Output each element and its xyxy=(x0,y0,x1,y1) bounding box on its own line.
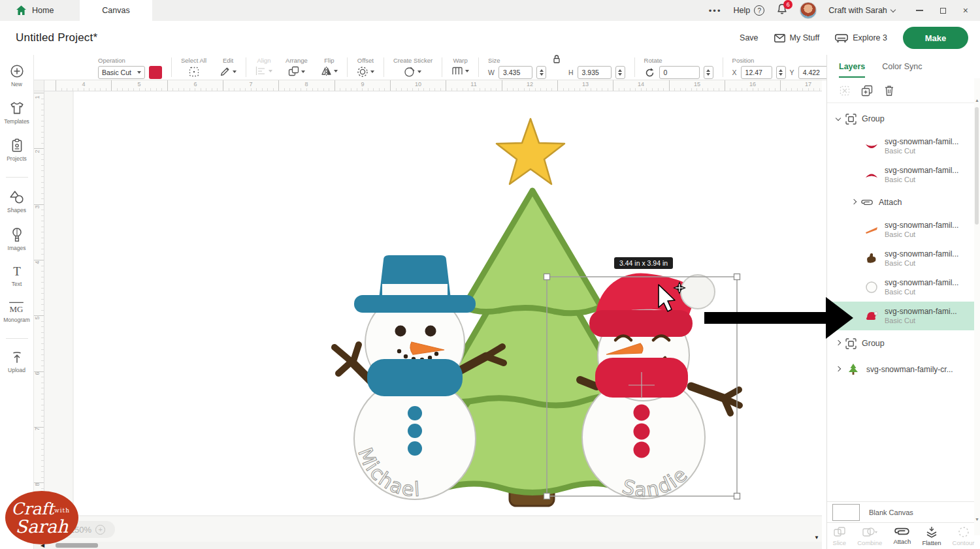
caret-down-icon xyxy=(301,71,305,73)
chevron-right-icon[interactable] xyxy=(836,366,841,371)
layer-row[interactable]: svg-snowman-family-cr... xyxy=(827,356,975,383)
sidebar-item-shapes[interactable]: Shapes xyxy=(7,190,26,213)
sidebar-item-new[interactable]: New xyxy=(10,64,24,87)
scroll-down-icon[interactable]: ▼ xyxy=(975,517,979,522)
make-button[interactable]: Make xyxy=(903,27,968,49)
layer-thumbnail-red-hat-icon xyxy=(864,309,879,323)
layer-group-row[interactable]: Group xyxy=(827,106,975,132)
align-button xyxy=(255,66,272,76)
warp-button[interactable] xyxy=(451,66,469,76)
sidebar-item-templates[interactable]: Templates xyxy=(4,101,29,125)
help-label: Help xyxy=(733,6,750,15)
zoom-in-icon[interactable]: + xyxy=(95,525,105,535)
flip-button[interactable] xyxy=(321,66,338,76)
offset-button[interactable] xyxy=(357,66,374,78)
vertical-ruler: 1 2 3 4 5 6 7 8 xyxy=(34,91,44,542)
scroll-up-icon[interactable]: ▲ xyxy=(975,98,979,102)
offset-group: Offset xyxy=(350,55,381,80)
operation-select[interactable]: Basic Cut xyxy=(98,66,145,79)
select-all-button[interactable] xyxy=(188,66,200,78)
notification-badge: 6 xyxy=(783,0,792,9)
position-y-input[interactable]: 4.422 xyxy=(798,66,830,79)
tree-star xyxy=(497,119,564,184)
chevron-right-icon[interactable] xyxy=(836,339,841,345)
position-x-stepper[interactable] xyxy=(776,66,786,79)
my-stuff-button[interactable]: My Stuff xyxy=(774,33,820,42)
caret-down-icon xyxy=(233,71,237,73)
title-bar: Home Canvas ••• Help ? 6 Craft with Sara… xyxy=(0,0,980,21)
logo-word1: Craft xyxy=(11,499,56,518)
blank-canvas-row[interactable]: Blank Canvas xyxy=(827,501,980,522)
selection-handle-top-left xyxy=(544,274,550,280)
sidebar-item-images[interactable]: Images xyxy=(8,227,26,251)
arrange-button[interactable] xyxy=(288,66,305,77)
warp-group: Warp xyxy=(445,55,476,80)
align-icon xyxy=(255,66,267,76)
contour-icon xyxy=(957,526,970,538)
attach-group-row[interactable]: Attach xyxy=(827,189,975,215)
width-stepper[interactable] xyxy=(536,66,546,79)
layer-row[interactable]: svg-snowman-famil...Basic Cut xyxy=(827,244,975,273)
chevron-right-icon[interactable] xyxy=(851,198,857,204)
sidebar-item-text[interactable]: T Text xyxy=(10,265,24,287)
position-x-input[interactable]: 12.47 xyxy=(741,66,772,79)
tab-layers[interactable]: Layers xyxy=(839,62,865,78)
machine-select-button[interactable]: Explore 3 xyxy=(835,33,887,42)
caret-down-icon xyxy=(269,70,272,72)
sidebar-item-projects[interactable]: Projects xyxy=(7,138,27,162)
layer-row[interactable]: svg-snowman-famil...Basic Cut xyxy=(827,132,975,161)
overflow-menu-button[interactable]: ••• xyxy=(709,6,722,16)
rotate-stepper[interactable] xyxy=(704,66,713,79)
minimize-button[interactable] xyxy=(916,10,923,11)
sidebar-item-monogram[interactable]: MG Monogram xyxy=(3,301,30,323)
layer-row[interactable]: svg-snowman-famil...Basic Cut xyxy=(827,161,975,189)
panel-scrollbar[interactable]: ▲ ▼ xyxy=(974,78,980,535)
duplicate-icon[interactable] xyxy=(861,85,874,97)
group-icon xyxy=(845,338,857,349)
project-bar: Untitled Project* Save My Stuff Explore … xyxy=(0,21,980,55)
tab-canvas[interactable]: Canvas xyxy=(80,0,152,21)
horizontal-scrollbar[interactable]: ◀ xyxy=(34,542,822,549)
close-button[interactable]: × xyxy=(963,6,968,15)
restore-button[interactable] xyxy=(940,8,946,14)
account-name: Craft with Sarah xyxy=(828,6,887,15)
create-sticker-group: Create Sticker xyxy=(387,55,439,80)
create-sticker-button[interactable] xyxy=(404,66,421,78)
save-button[interactable]: Save xyxy=(740,33,759,42)
horizontal-ruler: 4 5 6 7 8 9 10 11 12 13 14 15 16 17 xyxy=(44,80,822,91)
flatten-button[interactable]: Flatten xyxy=(922,526,941,546)
color-swatch[interactable] xyxy=(149,66,162,79)
trash-icon[interactable] xyxy=(884,85,894,97)
rotate-icon[interactable] xyxy=(644,67,655,78)
upload-icon xyxy=(10,351,24,364)
avatar[interactable] xyxy=(800,2,817,19)
pencil-icon xyxy=(220,66,231,77)
account-menu[interactable]: Craft with Sarah xyxy=(828,6,895,15)
annotation-arrow xyxy=(704,297,853,339)
height-input[interactable]: 3.935 xyxy=(578,66,612,79)
rotate-input[interactable]: 0 xyxy=(659,66,700,79)
chevron-down-icon[interactable] xyxy=(836,115,841,120)
tab-color-sync[interactable]: Color Sync xyxy=(882,62,922,71)
width-input[interactable]: 3.435 xyxy=(498,66,532,79)
attach-button[interactable]: Attach xyxy=(893,526,911,545)
notifications-button[interactable]: 6 xyxy=(776,3,788,18)
home-icon xyxy=(16,5,27,16)
canvas-color-swatch[interactable] xyxy=(832,504,860,521)
lock-icon[interactable] xyxy=(552,54,561,64)
text-icon: T xyxy=(10,265,24,278)
monogram-icon: MG xyxy=(8,301,25,314)
panel-scroll-thumb[interactable] xyxy=(975,107,979,225)
select-all-group: Select All xyxy=(174,55,213,80)
help-button[interactable]: Help ? xyxy=(733,5,764,16)
height-stepper[interactable] xyxy=(615,66,625,79)
scroll-down-icon[interactable]: ▼ xyxy=(814,535,819,541)
tab-home[interactable]: Home xyxy=(0,0,69,21)
edit-button[interactable] xyxy=(220,66,237,77)
slice-button: Slice xyxy=(833,526,847,546)
sidebar-item-upload[interactable]: Upload xyxy=(8,351,25,373)
caret-down-icon xyxy=(370,71,374,73)
question-icon: ? xyxy=(754,5,764,16)
layer-row[interactable]: svg-snowman-famil...Basic Cut xyxy=(827,215,975,244)
layer-thumbnail-white-circle-icon xyxy=(864,280,879,294)
